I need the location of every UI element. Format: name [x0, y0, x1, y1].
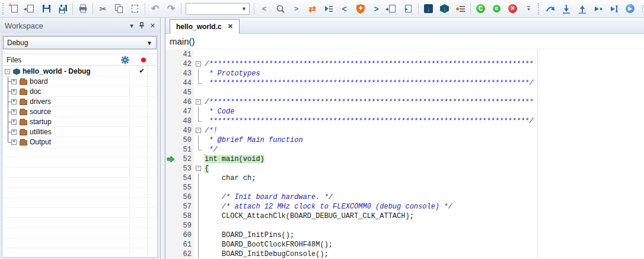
- gutter[interactable]: 57: [165, 202, 194, 211]
- gutter[interactable]: 45: [165, 88, 194, 97]
- tree-item-startup[interactable]: +startup: [3, 117, 157, 127]
- gutter[interactable]: 47: [165, 107, 194, 116]
- expand-box-icon[interactable]: +: [11, 99, 17, 105]
- gutter[interactable]: 42: [165, 59, 194, 69]
- gutter[interactable]: 56: [165, 192, 194, 202]
- make-list-icon[interactable]: [452, 1, 468, 17]
- expand-box-icon[interactable]: +: [11, 109, 17, 115]
- gutter[interactable]: 46: [165, 97, 194, 107]
- code-line-54[interactable]: 54 char ch;: [165, 173, 644, 183]
- tree-item-source[interactable]: +source: [3, 107, 157, 117]
- function-context-bar[interactable]: main(): [165, 34, 644, 49]
- gutter[interactable]: 49: [165, 126, 194, 135]
- find-in-files-icon[interactable]: [320, 1, 336, 17]
- gutter[interactable]: 44: [165, 78, 194, 88]
- navigate-forward-icon[interactable]: >: [368, 1, 384, 17]
- tab-hello-world-c[interactable]: hello_world.c ✕: [170, 19, 240, 34]
- redo-icon[interactable]: ↷: [163, 1, 179, 17]
- fold-collapse-icon[interactable]: -: [196, 128, 201, 133]
- step-into-icon[interactable]: [558, 1, 574, 17]
- go-icon[interactable]: ▶: [622, 1, 638, 17]
- stop-build-icon[interactable]: ✕: [505, 1, 521, 17]
- fold-collapse-icon[interactable]: -: [196, 166, 201, 171]
- gutter[interactable]: 50: [165, 135, 194, 145]
- copy-icon[interactable]: [111, 1, 127, 17]
- code-line-49[interactable]: 49-/*!: [165, 126, 644, 135]
- code-line-61[interactable]: 61 BOARD_BootClockFROHF48M();: [165, 240, 644, 249]
- fold-collapse-icon[interactable]: -: [196, 61, 201, 67]
- save-icon[interactable]: [39, 1, 55, 17]
- panel-menu-caret-icon[interactable]: ▾: [130, 23, 133, 29]
- code-line-53[interactable]: 53-{: [165, 164, 644, 173]
- tab-close-icon[interactable]: ✕: [228, 23, 233, 30]
- gutter[interactable]: 48: [165, 116, 194, 126]
- new-document-icon[interactable]: +: [7, 1, 23, 17]
- open-document-icon[interactable]: ◂: [23, 1, 39, 17]
- code-line-58[interactable]: 58 CLOCK_AttachClk(BOARD_DEBUG_UART_CLK_…: [165, 211, 644, 221]
- paste-icon[interactable]: [127, 1, 143, 17]
- tree-item-doc[interactable]: +doc: [3, 87, 157, 97]
- navigate-back-icon[interactable]: <: [336, 1, 352, 17]
- code-line-60[interactable]: 60 BOARD_InitPins();: [165, 230, 644, 240]
- toggle-bookmark-icon[interactable]: [352, 1, 368, 17]
- build-config-selector[interactable]: Debug ▼: [3, 36, 157, 49]
- code-area[interactable]: 4142-/**********************************…: [165, 50, 644, 259]
- code-line-46[interactable]: 46-/************************************…: [165, 97, 644, 107]
- code-line-52[interactable]: 52int main(void): [165, 154, 644, 164]
- expand-box-icon[interactable]: +: [11, 140, 17, 145]
- code-line-48[interactable]: 48 *************************************…: [165, 116, 644, 126]
- gutter[interactable]: 54: [165, 173, 194, 183]
- compile-icon[interactable]: C: [473, 1, 489, 17]
- tree-item-project[interactable]: -hello_world - Debug✔: [3, 67, 157, 77]
- gutter[interactable]: 41: [165, 50, 194, 59]
- expand-box-icon[interactable]: +: [11, 119, 17, 125]
- pin-icon[interactable]: [139, 22, 145, 30]
- break-icon[interactable]: ❙❙: [638, 1, 644, 17]
- expand-box-icon[interactable]: +: [11, 89, 17, 94]
- expand-box-icon[interactable]: +: [11, 79, 17, 84]
- code-line-57[interactable]: 57 /* attach 12 MHz clock to FLEXCOMM0 (…: [165, 202, 644, 211]
- gutter[interactable]: 55: [165, 183, 194, 192]
- code-line-51[interactable]: 51 */: [165, 145, 644, 154]
- gutter[interactable]: 43: [165, 69, 194, 78]
- previous-bookmark-icon[interactable]: ◂: [384, 1, 400, 17]
- cut-icon[interactable]: ✂: [95, 1, 111, 17]
- code-line-62[interactable]: 62 BOARD_InitDebugConsole();: [165, 249, 644, 259]
- replace-icon[interactable]: ⇄: [304, 1, 320, 17]
- next-bookmark-icon[interactable]: ▸: [400, 1, 416, 17]
- code-line-41[interactable]: 41: [165, 50, 644, 59]
- gutter[interactable]: 52: [165, 154, 194, 164]
- expand-box-icon[interactable]: +: [11, 130, 17, 135]
- code-line-55[interactable]: 55: [165, 183, 644, 192]
- find-previous-icon[interactable]: <: [256, 1, 272, 17]
- gutter[interactable]: 59: [165, 221, 194, 230]
- tree-item-utilities[interactable]: +utilities: [3, 127, 157, 137]
- gutter[interactable]: 62: [165, 249, 194, 259]
- run-to-cursor-icon[interactable]: [606, 1, 622, 17]
- print-icon[interactable]: [75, 1, 91, 17]
- code-line-50[interactable]: 50 * @brief Main function: [165, 135, 644, 145]
- tree-item-output[interactable]: +Output: [3, 137, 157, 147]
- code-line-59[interactable]: 59: [165, 221, 644, 230]
- overflow-chevron-icon[interactable]: ▾: [521, 1, 537, 17]
- gutter[interactable]: 60: [165, 230, 194, 240]
- search-icon[interactable]: [272, 1, 288, 17]
- make-icon[interactable]: c: [489, 1, 505, 17]
- tree-item-drivers[interactable]: +drivers: [3, 97, 157, 107]
- code-line-42[interactable]: 42-/************************************…: [165, 59, 644, 69]
- download-and-debug-icon[interactable]: ↓: [420, 1, 436, 17]
- gutter[interactable]: 53: [165, 164, 194, 173]
- fold-collapse-icon[interactable]: -: [196, 99, 201, 105]
- find-next-icon[interactable]: >: [288, 1, 304, 17]
- debug-without-download-icon[interactable]: ↓: [436, 1, 452, 17]
- gutter[interactable]: 61: [165, 240, 194, 249]
- collapse-box-icon[interactable]: -: [5, 69, 10, 74]
- tree-item-board[interactable]: +board: [3, 77, 157, 87]
- code-line-56[interactable]: 56 /* Init board hardware. */: [165, 192, 644, 202]
- code-line-44[interactable]: 44 *************************************…: [165, 78, 644, 88]
- close-panel-icon[interactable]: ✕: [150, 23, 155, 29]
- save-all-icon[interactable]: [55, 1, 71, 17]
- code-line-47[interactable]: 47 * Code: [165, 107, 644, 116]
- step-over-icon[interactable]: [542, 1, 558, 17]
- step-out-icon[interactable]: [574, 1, 590, 17]
